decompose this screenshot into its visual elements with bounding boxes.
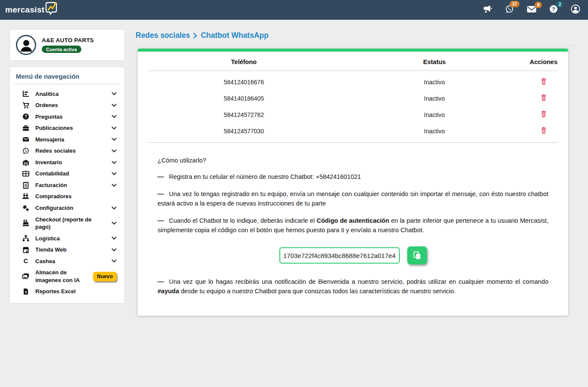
profile-button[interactable] (571, 4, 580, 15)
sidebar-item-facturacion[interactable]: Facturación (14, 179, 120, 191)
sidebar-item-label: Compradores (35, 193, 72, 200)
whatsapp-icon (22, 147, 29, 154)
auth-code-input[interactable] (279, 247, 400, 264)
status-badge: Inactivo (339, 90, 530, 107)
cart-icon (22, 102, 29, 109)
help-badge: 2 (556, 1, 563, 8)
messages-button[interactable]: 8 (527, 6, 536, 15)
account-info: A&E AUTO PARTS Cuenta activa (42, 37, 94, 53)
card-accent-bar (138, 49, 568, 52)
status-badge: Inactivo (339, 71, 530, 90)
table-row: 584140186405 Inactivo (149, 90, 557, 107)
sidebar-item-reportes-excel[interactable]: x Reportes Excel (14, 286, 120, 298)
nuevo-badge: Nuevo (93, 272, 117, 281)
sidebar-item-publicaciones[interactable]: Publicaciones (14, 123, 120, 134)
sidebar-item-inventario[interactable]: Inventario (14, 157, 120, 168)
phone-cell: 584140186405 (149, 90, 339, 107)
sidebar-item-redes-sociales[interactable]: Redes sociales (14, 145, 120, 157)
breadcrumb-parent[interactable]: Redes sociales (136, 31, 190, 40)
account-status-badge: Cuenta activa (42, 46, 81, 53)
phone-cell: 584124016676 (149, 71, 339, 90)
envelope-icon (22, 136, 29, 143)
chevron-down-icon (111, 161, 117, 164)
sidebar-item-label: Inventario (35, 159, 62, 166)
sidebar-item-checkout[interactable]: Checkout (reporte de pago) (14, 214, 120, 233)
whatsapp-badge: 37 (510, 1, 520, 8)
howto-step-4: —Una vez que lo hagas recibirás una noti… (158, 277, 548, 296)
delete-phone-button[interactable] (540, 110, 548, 120)
sidebar-item-almacen-imagenes-ia[interactable]: Almacén de imagenes con IA Nuevo (14, 267, 120, 286)
column-header-telefono: Teléfono (149, 52, 339, 71)
chevron-down-icon (111, 138, 117, 141)
sidebar-item-logistica[interactable]: Logística (14, 233, 120, 244)
chevron-down-icon (111, 248, 117, 252)
sidebar-item-configuracion[interactable]: Configuración (14, 202, 120, 214)
delete-phone-button[interactable] (540, 126, 548, 136)
svg-text:?: ? (552, 6, 555, 12)
sidebar-item-preguntas[interactable]: ? Preguntas (14, 111, 120, 123)
table-row: 584124577030 Inactivo (149, 123, 557, 143)
phone-cell: 584124572782 (149, 107, 339, 123)
top-navigation-bar: mercasist (0, 0, 588, 20)
sidebar-item-label: Configuración (35, 204, 73, 212)
trash-icon (541, 127, 547, 134)
cashea-icon: C (22, 258, 29, 264)
question-circle-icon: ? (22, 113, 29, 120)
trash-icon (541, 78, 547, 85)
step-text-bold: #ayuda (158, 288, 179, 295)
howto-step-1: —Registra en tu celular el número de nue… (158, 172, 548, 181)
menu-list: Analítica Ordenes ? Preguntas (14, 88, 120, 297)
sidebar-item-cashea[interactable]: C Cashea (14, 255, 120, 267)
sitemap-icon (22, 235, 29, 242)
phones-table: Teléfono Estatus Acciones 584124016676 I… (149, 52, 557, 143)
sidebar-item-label: Preguntas (35, 113, 63, 121)
chevron-down-icon (111, 172, 117, 175)
chevron-down-icon (111, 206, 117, 210)
sidebar-item-ordenes[interactable]: Ordenes (14, 100, 120, 111)
whatsapp-notifications-button[interactable]: 37 (505, 5, 514, 15)
announcements-button[interactable] (483, 5, 492, 15)
sidebar: A&E AUTO PARTS Cuenta activa Menú de nav… (9, 29, 125, 304)
account-card: A&E AUTO PARTS Cuenta activa (9, 29, 125, 61)
sidebar-item-label: Almacén de imagenes con IA (35, 269, 87, 284)
user-avatar-icon (571, 4, 580, 15)
delete-phone-button[interactable] (540, 93, 548, 103)
cash-register-icon (22, 220, 29, 227)
breadcrumb: Redes sociales Chatbot WhatsApp (131, 28, 574, 46)
sidebar-item-label: Facturación (35, 181, 67, 189)
sidebar-item-contabilidad[interactable]: Contabilidad (14, 168, 120, 180)
step-text: Cuando el Chatbot te lo indique, deberás… (169, 217, 317, 224)
sidebar-item-label: Reportes Excel (35, 288, 76, 295)
images-icon (22, 273, 29, 280)
sidebar-item-tienda-web[interactable]: Tienda Web (14, 244, 120, 256)
status-badge: Inactivo (339, 123, 530, 143)
phone-cell: 584124577030 (149, 123, 339, 143)
sidebar-item-analitica[interactable]: Analítica (14, 88, 120, 100)
svg-text:C: C (23, 258, 28, 264)
chevron-down-icon (111, 115, 117, 118)
invoice-icon (22, 182, 29, 189)
account-avatar (16, 35, 36, 55)
sidebar-item-label: Mensajería (35, 136, 64, 144)
table-icon (22, 170, 29, 177)
help-button[interactable]: ? 2 (549, 5, 558, 15)
trash-icon (541, 94, 547, 101)
chevron-right-icon (193, 33, 197, 39)
sidebar-item-compradores[interactable]: Compradores (14, 191, 120, 203)
table-row: 584124016676 Inactivo (149, 71, 557, 90)
main-content: Redes sociales Chatbot WhatsApp Teléfono… (131, 28, 574, 316)
brand-name: mercasist (5, 5, 44, 15)
svg-text:?: ? (24, 114, 27, 119)
dash-bullet: — (158, 278, 164, 285)
copy-code-button[interactable] (407, 246, 427, 264)
delete-phone-button[interactable] (540, 77, 548, 87)
dash-bullet: — (158, 173, 164, 180)
sidebar-item-mensajeria[interactable]: Mensajería (14, 134, 120, 145)
chevron-down-icon (111, 149, 117, 153)
excel-icon: x (22, 288, 29, 295)
dash-bullet: — (158, 217, 164, 224)
brand-logo[interactable]: mercasist (5, 3, 59, 17)
store-icon (22, 246, 29, 253)
step-text: Una vez lo tengas registrado en tu equip… (158, 190, 548, 206)
trash-icon (541, 111, 547, 117)
